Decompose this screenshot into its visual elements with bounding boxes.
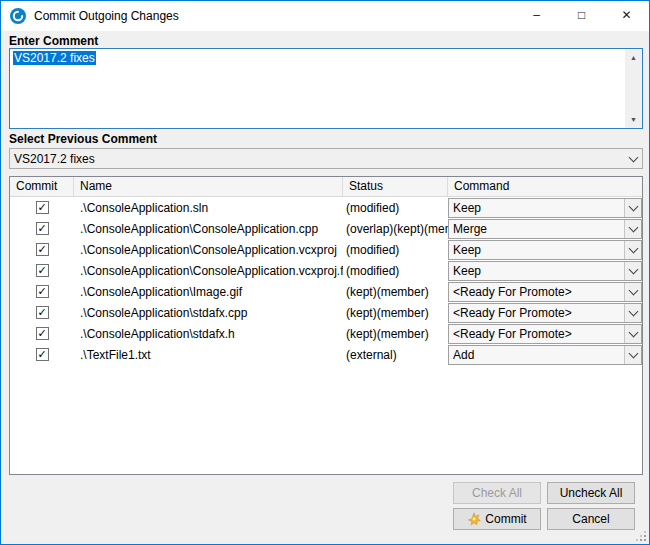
cancel-button[interactable]: Cancel xyxy=(547,508,635,530)
row-command-dropdown[interactable]: Keep xyxy=(448,261,642,281)
commit-icon xyxy=(467,512,481,526)
row-command-dropdown[interactable]: Keep xyxy=(448,198,642,218)
chevron-down-icon[interactable] xyxy=(625,149,642,168)
row-command-value: Merge xyxy=(449,222,624,236)
commit-label: Commit xyxy=(485,512,526,526)
comment-selected-text: VS2017.2 fixes xyxy=(13,51,96,65)
table-row[interactable]: ✓ .\ConsoleApplication\Image.gif (kept)(… xyxy=(10,281,642,302)
commit-button[interactable]: Commit xyxy=(453,508,541,530)
header-status[interactable]: Status xyxy=(343,177,448,196)
row-status: (modified) xyxy=(343,264,448,278)
row-command-value: Keep xyxy=(449,243,624,257)
previous-comment-dropdown[interactable]: VS2017.2 fixes xyxy=(9,148,643,169)
row-checkbox[interactable]: ✓ xyxy=(36,243,49,256)
row-status: (kept)(member) xyxy=(343,306,448,320)
table-row[interactable]: ✓ .\ConsoleApplication\stdafx.cpp (kept)… xyxy=(10,302,642,323)
header-command[interactable]: Command xyxy=(448,177,642,196)
file-table: Commit Name Status Command ✓ .\ConsoleAp… xyxy=(9,176,643,475)
row-status: (modified) xyxy=(343,243,448,257)
row-checkbox[interactable]: ✓ xyxy=(36,348,49,361)
row-checkbox[interactable]: ✓ xyxy=(36,327,49,340)
chevron-down-icon[interactable] xyxy=(624,262,641,280)
table-row[interactable]: ✓ .\ConsoleApplication\ConsoleApplicatio… xyxy=(10,260,642,281)
uncheck-all-label: Uncheck All xyxy=(560,486,623,500)
chevron-down-icon[interactable] xyxy=(624,241,641,259)
commit-outgoing-changes-dialog: Commit Outgoing Changes – □ ✕ Enter Comm… xyxy=(0,0,650,545)
comment-scrollbar[interactable]: ▲ ▼ xyxy=(625,49,642,128)
chevron-down-icon[interactable] xyxy=(624,283,641,301)
title-bar[interactable]: Commit Outgoing Changes – □ ✕ xyxy=(1,1,649,31)
row-name: .\ConsoleApplication\ConsoleApplication.… xyxy=(74,264,343,278)
row-name: .\ConsoleApplication.sln xyxy=(74,201,343,215)
row-command-dropdown[interactable]: <Ready For Promote> xyxy=(448,324,642,344)
header-commit[interactable]: Commit xyxy=(10,177,74,196)
check-all-label: Check All xyxy=(472,486,522,500)
row-status: (modified) xyxy=(343,201,448,215)
row-name: .\ConsoleApplication\Image.gif xyxy=(74,285,343,299)
row-name: .\ConsoleApplication\stdafx.cpp xyxy=(74,306,343,320)
table-row[interactable]: ✓ .\ConsoleApplication\ConsoleApplicatio… xyxy=(10,239,642,260)
row-command-value: <Ready For Promote> xyxy=(449,327,624,341)
row-command-dropdown[interactable]: Keep xyxy=(448,240,642,260)
resize-grip[interactable] xyxy=(635,530,646,541)
check-icon: ✓ xyxy=(37,202,46,213)
row-command-value: <Ready For Promote> xyxy=(449,306,624,320)
check-icon: ✓ xyxy=(37,328,46,339)
row-command-dropdown[interactable]: Add xyxy=(448,345,642,365)
check-icon: ✓ xyxy=(37,307,46,318)
table-row[interactable]: ✓ .\ConsoleApplication\stdafx.h (kept)(m… xyxy=(10,323,642,344)
row-command-value: Keep xyxy=(449,264,624,278)
chevron-down-icon[interactable] xyxy=(624,199,641,217)
minimize-button[interactable]: – xyxy=(514,1,559,30)
row-command-dropdown[interactable]: <Ready For Promote> xyxy=(448,303,642,323)
check-icon: ✓ xyxy=(37,244,46,255)
scroll-down-icon[interactable]: ▼ xyxy=(625,111,642,128)
window-title: Commit Outgoing Changes xyxy=(34,1,179,31)
row-checkbox[interactable]: ✓ xyxy=(36,285,49,298)
row-status: (external) xyxy=(343,348,448,362)
row-name: .\ConsoleApplication\ConsoleApplication.… xyxy=(74,243,343,257)
row-name: .\ConsoleApplication\ConsoleApplication.… xyxy=(74,222,343,236)
app-icon xyxy=(10,8,26,24)
chevron-down-icon[interactable] xyxy=(624,346,641,364)
chevron-down-icon[interactable] xyxy=(624,304,641,322)
enter-comment-label: Enter Comment xyxy=(9,34,98,48)
previous-comment-label: Select Previous Comment xyxy=(9,132,157,146)
row-name: .\ConsoleApplication\stdafx.h xyxy=(74,327,343,341)
row-command-value: Keep xyxy=(449,201,624,215)
scroll-up-icon[interactable]: ▲ xyxy=(625,49,642,66)
chevron-down-icon[interactable] xyxy=(624,325,641,343)
previous-comment-value: VS2017.2 fixes xyxy=(10,152,625,166)
header-name[interactable]: Name xyxy=(74,177,343,196)
check-icon: ✓ xyxy=(37,223,46,234)
table-row[interactable]: ✓ .\TextFile1.txt (external) Add xyxy=(10,344,642,365)
row-status: (kept)(member) xyxy=(343,285,448,299)
chevron-down-icon[interactable] xyxy=(624,220,641,238)
row-command-dropdown[interactable]: <Ready For Promote> xyxy=(448,282,642,302)
row-name: .\TextFile1.txt xyxy=(74,348,343,362)
table-row[interactable]: ✓ .\ConsoleApplication.sln (modified) Ke… xyxy=(10,197,642,218)
row-checkbox[interactable]: ✓ xyxy=(36,306,49,319)
maximize-button[interactable]: □ xyxy=(559,1,604,30)
file-table-header: Commit Name Status Command xyxy=(10,177,642,197)
file-table-body: ✓ .\ConsoleApplication.sln (modified) Ke… xyxy=(10,197,642,365)
row-command-dropdown[interactable]: Merge xyxy=(448,219,642,239)
row-checkbox[interactable]: ✓ xyxy=(36,264,49,277)
check-icon: ✓ xyxy=(37,265,46,276)
row-status: (overlap)(kept)(member) xyxy=(343,222,448,236)
comment-textarea[interactable]: VS2017.2 fixes ▲ ▼ xyxy=(9,48,643,129)
uncheck-all-button[interactable]: Uncheck All xyxy=(547,482,635,504)
row-command-value: Add xyxy=(449,348,624,362)
check-icon: ✓ xyxy=(37,349,46,360)
check-icon: ✓ xyxy=(37,286,46,297)
close-button[interactable]: ✕ xyxy=(604,1,649,30)
row-checkbox[interactable]: ✓ xyxy=(36,222,49,235)
comment-text: VS2017.2 fixes xyxy=(13,51,96,65)
check-all-button: Check All xyxy=(453,482,541,504)
row-command-value: <Ready For Promote> xyxy=(449,285,624,299)
row-checkbox[interactable]: ✓ xyxy=(36,201,49,214)
row-status: (kept)(member) xyxy=(343,327,448,341)
cancel-label: Cancel xyxy=(572,512,609,526)
table-row[interactable]: ✓ .\ConsoleApplication\ConsoleApplicatio… xyxy=(10,218,642,239)
